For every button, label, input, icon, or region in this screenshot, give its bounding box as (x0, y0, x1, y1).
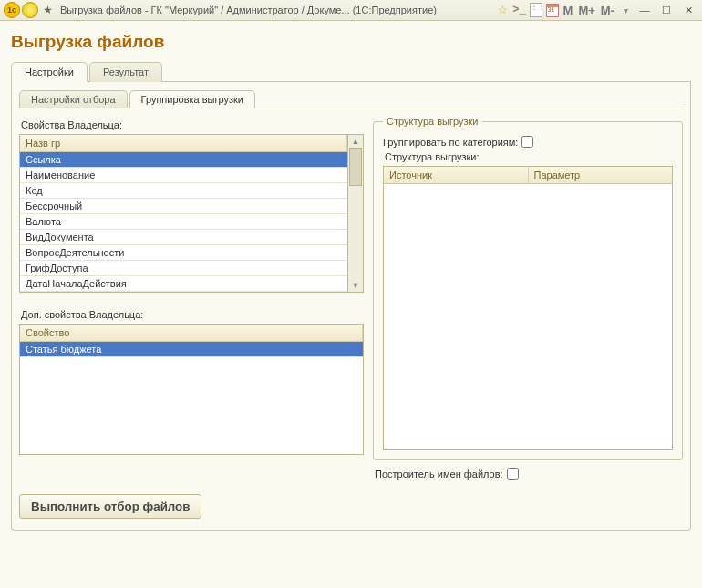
structure-sub-label: Структура выгрузки: (385, 151, 673, 162)
memory-m-button[interactable]: M (562, 4, 575, 17)
group-by-cat-checkbox[interactable] (521, 136, 533, 148)
filename-builder-checkbox[interactable] (507, 468, 519, 480)
owner-prop-row[interactable]: Бессрочный (20, 199, 347, 214)
run-filter-button[interactable]: Выполнить отбор файлов (19, 494, 201, 519)
structure-col-param[interactable]: Параметр (529, 167, 673, 183)
calendar-icon[interactable] (545, 3, 560, 17)
tab-filter-settings[interactable]: Настройки отбора (19, 90, 128, 108)
structure-fieldset: Структура выгрузки Группировать по катег… (373, 116, 683, 460)
minimize-button[interactable]: — (635, 2, 655, 18)
structure-legend: Структура выгрузки (383, 116, 482, 127)
scroll-thumb[interactable] (349, 148, 362, 186)
top-tabs: Настройки Результат (11, 61, 691, 82)
addl-props-grid[interactable]: Свойство Статья бюджета (19, 324, 364, 455)
tab-result[interactable]: Результат (89, 62, 162, 82)
owner-props-grid[interactable]: Назв гр СсылкаНаименованиеКодБессрочныйВ… (19, 134, 348, 293)
owner-prop-row[interactable]: Ссылка (20, 152, 347, 168)
scroll-down-icon[interactable]: ▼ (348, 279, 363, 292)
star-icon[interactable]: ☆ (496, 3, 511, 17)
close-button[interactable]: ✕ (678, 2, 698, 18)
filename-builder-label: Построитель имен файлов: (375, 469, 503, 480)
tab-settings[interactable]: Настройки (11, 62, 88, 82)
tool-icon[interactable]: >_ (512, 3, 527, 17)
addl-props-header[interactable]: Свойство (20, 325, 363, 341)
scroll-up-icon[interactable]: ▲ (348, 135, 363, 148)
addl-prop-row[interactable]: Статья бюджета (20, 342, 363, 357)
tab-grouping[interactable]: Группировка выгрузки (129, 90, 255, 108)
owner-prop-row[interactable]: ДатаНачалаДействия (20, 276, 347, 292)
owner-prop-row[interactable]: ВидДокумента (20, 230, 347, 245)
maximize-button[interactable]: ☐ (656, 2, 676, 18)
owner-props-scrollbar[interactable]: ▲ ▼ (348, 134, 364, 293)
structure-col-source[interactable]: Источник (384, 167, 529, 183)
owner-props-header[interactable]: Назв гр (20, 135, 347, 151)
owner-prop-row[interactable]: ВопросДеятельности (20, 245, 347, 261)
owner-prop-row[interactable]: Наименование (20, 168, 347, 183)
titlebar: 1c ★ Выгрузка файлов - ГК "Меркурий" / А… (0, 0, 702, 21)
owner-prop-row[interactable]: Код (20, 183, 347, 199)
memory-mplus-button[interactable]: M+ (576, 4, 596, 17)
owner-prop-row[interactable]: Валюта (20, 214, 347, 230)
addl-props-label: Доп. свойства Владельца: (21, 309, 364, 320)
structure-table[interactable]: Источник Параметр (383, 166, 673, 450)
memory-mminus-button[interactable]: M- (599, 4, 616, 17)
calculator-icon[interactable]: ⋮⋮ (529, 3, 543, 17)
app-icon-1c: 1c (4, 2, 20, 18)
owner-props-label: Свойства Владельца: (21, 119, 364, 130)
chevron-down-icon[interactable]: ▾ (618, 3, 633, 17)
page-title: Выгрузка файлов (11, 32, 691, 52)
window-title: Выгрузка файлов - ГК "Меркурий" / Админи… (60, 5, 494, 15)
owner-prop-row[interactable]: ГрифДоступа (20, 261, 347, 276)
group-by-cat-label: Группировать по категориям: (383, 137, 518, 148)
favorite-icon[interactable]: ★ (40, 3, 55, 17)
inner-tabs: Настройки отбора Группировка выгрузки (19, 89, 683, 108)
app-icon-dot (22, 2, 38, 18)
